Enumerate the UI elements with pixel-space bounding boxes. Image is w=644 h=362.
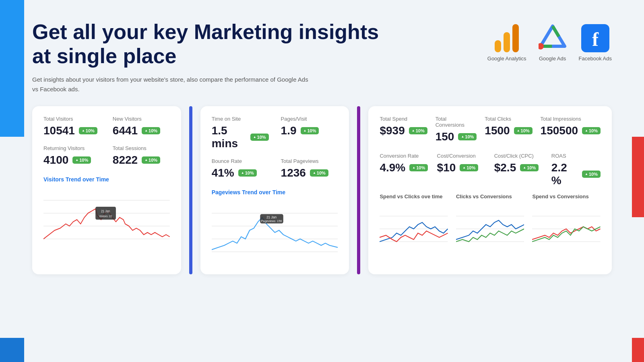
visitors-chart-title: Visitors Trend over Time bbox=[43, 176, 170, 183]
total-visitors-badge: 10% bbox=[79, 127, 97, 134]
pageviews-card: Time on Site 1.5 mins 10% Pages/Visit 1.… bbox=[200, 106, 349, 274]
facebook-ads-icon: f bbox=[581, 24, 609, 52]
cost-per-conversion-label: Cost/Conversion bbox=[437, 153, 486, 159]
time-on-site-metric: Time on Site 1.5 mins 10% bbox=[212, 116, 269, 150]
header: Get all your key Marketing insights at s… bbox=[0, 0, 644, 106]
new-visitors-metric: New Visitors 6441 10% bbox=[113, 116, 170, 137]
roas-badge: 10% bbox=[582, 171, 601, 178]
total-clicks-value: 1500 bbox=[485, 124, 510, 137]
svg-rect-2 bbox=[512, 24, 519, 52]
spend-vs-clicks-chart: Spend vs Clicks ove time bbox=[380, 193, 448, 257]
total-sessions-badge: 10% bbox=[142, 156, 160, 164]
page: Get all your key Marketing insights at s… bbox=[0, 0, 644, 362]
new-visitors-value: 6441 bbox=[113, 124, 138, 137]
new-visitors-badge: 10% bbox=[142, 127, 160, 134]
visitors-card: Total Visitors 10541 10% New Visitors 64… bbox=[32, 106, 181, 274]
cpc-badge: 10% bbox=[520, 164, 539, 171]
time-on-site-value: 1.5 mins bbox=[212, 124, 246, 150]
accent-bottom-left bbox=[0, 338, 24, 362]
accent-bottom-right bbox=[632, 338, 644, 362]
total-pageviews-value: 1236 bbox=[281, 167, 306, 179]
integrations-logos: Google Analytics Google Ads bbox=[487, 20, 612, 62]
total-spend-value: $939 bbox=[380, 124, 405, 137]
pages-per-visit-label: Pages/Visit bbox=[281, 116, 338, 122]
roas-label: ROAS bbox=[551, 153, 601, 159]
ads-metrics-bottom: Conversion Rate 4.9% 10% Cost/Conversion… bbox=[380, 153, 601, 187]
svg-text:21 Jan: 21 Jan bbox=[101, 209, 110, 213]
total-pageviews-label: Total Pageviews bbox=[281, 158, 338, 164]
returning-visitors-metric: Returning Visitors 4100 10% bbox=[43, 145, 101, 167]
cost-per-conversion-value: $10 bbox=[437, 161, 456, 174]
bounce-rate-label: Bounce Rate bbox=[212, 158, 269, 164]
google-analytics-icon bbox=[495, 24, 519, 52]
roas-value: 2.2 % bbox=[551, 161, 578, 187]
conversion-rate-badge: 10% bbox=[409, 164, 428, 171]
total-visitors-label: Total Visitors bbox=[43, 116, 101, 122]
total-pageviews-metric: Total Pageviews 1236 10% bbox=[281, 158, 338, 179]
cost-per-conversion-badge: 10% bbox=[460, 164, 478, 171]
returning-visitors-label: Returning Visitors bbox=[43, 145, 101, 151]
total-impressions-badge: 10% bbox=[582, 127, 601, 134]
bounce-rate-badge: 10% bbox=[238, 169, 257, 177]
google-ads-label: Google Ads bbox=[539, 56, 566, 62]
conversion-rate-label: Conversion Rate bbox=[380, 153, 429, 159]
google-analytics-label: Google Analytics bbox=[487, 56, 526, 62]
header-text: Get all your key Marketing insights at s… bbox=[32, 20, 394, 94]
ads-metrics-top: Total Spend $939 10% Total Conversions 1… bbox=[380, 116, 601, 143]
total-pageviews-badge: 10% bbox=[310, 169, 328, 177]
time-on-site-label: Time on Site bbox=[212, 116, 269, 122]
returning-visitors-badge: 10% bbox=[72, 156, 91, 164]
conversion-rate-metric: Conversion Rate 4.9% 10% bbox=[380, 153, 429, 187]
roas-metric: ROAS 2.2 % 10% bbox=[551, 153, 601, 187]
svg-text:Pageviews: 156: Pageviews: 156 bbox=[261, 219, 282, 223]
pages-per-visit-value: 1.9 bbox=[281, 124, 297, 137]
google-ads-logo: Google Ads bbox=[539, 24, 567, 62]
pageviews-metrics: Time on Site 1.5 mins 10% Pages/Visit 1.… bbox=[212, 116, 338, 179]
total-clicks-label: Total Clicks bbox=[485, 116, 532, 122]
total-sessions-value: 8222 bbox=[113, 154, 138, 167]
total-visitors-metric: Total Visitors 10541 10% bbox=[43, 116, 101, 137]
total-conversions-metric: Total Conversions 150 10% bbox=[436, 116, 477, 143]
cpc-value: $2.5 bbox=[494, 161, 516, 174]
total-sessions-metric: Total Sessions 8222 10% bbox=[113, 145, 170, 167]
dashboard: Total Visitors 10541 10% New Visitors 64… bbox=[0, 106, 644, 274]
page-title: Get all your key Marketing insights at s… bbox=[32, 20, 394, 68]
total-clicks-badge: 10% bbox=[514, 127, 533, 134]
new-visitors-label: New Visitors bbox=[113, 116, 170, 122]
svg-text:f: f bbox=[592, 29, 599, 50]
cost-per-conversion-metric: Cost/Conversion $10 10% bbox=[437, 153, 486, 187]
total-sessions-label: Total Sessions bbox=[113, 145, 170, 151]
svg-rect-1 bbox=[504, 32, 510, 52]
google-ads-icon bbox=[539, 24, 567, 52]
total-spend-metric: Total Spend $939 10% bbox=[380, 116, 427, 143]
spend-vs-conversions-title: Spend vs Conversions bbox=[532, 193, 601, 200]
pages-per-visit-badge: 10% bbox=[301, 127, 319, 134]
time-on-site-badge: 10% bbox=[250, 134, 269, 141]
clicks-vs-conversions-title: Clicks vs Conversions bbox=[456, 193, 524, 200]
page-subtitle: Get insights about your visitors from yo… bbox=[32, 75, 314, 94]
returning-visitors-value: 4100 bbox=[43, 154, 68, 167]
conversion-rate-value: 4.9% bbox=[380, 161, 405, 174]
visitors-metrics: Total Visitors 10541 10% New Visitors 64… bbox=[43, 116, 170, 167]
total-clicks-metric: Total Clicks 1500 10% bbox=[485, 116, 532, 143]
ads-card: Total Spend $939 10% Total Conversions 1… bbox=[368, 106, 612, 274]
pageviews-chart-title: Pageviews Trend over Time bbox=[212, 189, 338, 195]
cpc-metric: Cost/Click (CPC) $2.5 10% bbox=[494, 153, 543, 187]
svg-text:21 Jan: 21 Jan bbox=[266, 215, 277, 219]
spend-vs-conversions-chart: Spend vs Conversions bbox=[532, 193, 601, 257]
ads-charts: Spend vs Clicks ove time Clicks vs Conve… bbox=[380, 193, 601, 257]
total-visitors-value: 10541 bbox=[43, 124, 75, 137]
bounce-rate-value: 41% bbox=[212, 167, 234, 179]
total-spend-label: Total Spend bbox=[380, 116, 427, 122]
google-analytics-logo: Google Analytics bbox=[487, 24, 526, 62]
svg-text:Visitors: 22: Visitors: 22 bbox=[99, 214, 112, 217]
middle-card-left-accent bbox=[189, 106, 192, 274]
pages-per-visit-metric: Pages/Visit 1.9 10% bbox=[281, 116, 338, 150]
cpc-label: Cost/Click (CPC) bbox=[494, 153, 543, 159]
total-impressions-metric: Total Impressions 150500 10% bbox=[541, 116, 601, 143]
total-conversions-label: Total Conversions bbox=[436, 116, 477, 128]
visitors-chart: 21 Jan Visitors: 22 bbox=[43, 187, 170, 252]
middle-card-right-accent bbox=[357, 106, 360, 274]
bounce-rate-metric: Bounce Rate 41% 10% bbox=[212, 158, 269, 179]
total-conversions-value: 150 bbox=[436, 130, 454, 143]
